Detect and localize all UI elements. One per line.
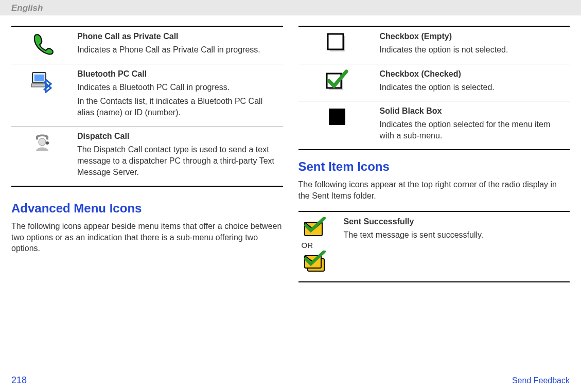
item-desc: In the Contacts list, it indicates a Blu…	[77, 96, 279, 118]
footer: 218 Send Feedback	[11, 375, 570, 386]
text-cell: Sent Successfully The text message is se…	[340, 211, 570, 282]
svg-rect-1	[34, 75, 44, 81]
text-cell: Bluetooth PC Call Indicates a Bluetooth …	[73, 64, 283, 127]
checkbox-checked-icon	[325, 69, 349, 94]
table-row: Dispatch Call The Dispatch Call contact …	[11, 127, 283, 186]
item-title: Phone Call as Private Call	[77, 32, 279, 41]
left-column: Phone Call as Private Call Indicates a P…	[11, 26, 283, 282]
sent-success-multi-icon	[302, 251, 328, 276]
svg-point-3	[39, 138, 46, 146]
sent-item-icons-table: OR Sent Successfully The text message is…	[298, 211, 570, 282]
item-desc: Indicates the option is not selected.	[380, 44, 566, 56]
icon-cell	[11, 26, 73, 64]
text-cell: Solid Black Box Indicates the option sel…	[376, 101, 570, 150]
table-row: Checkbox (Empty) Indicates the option is…	[298, 26, 570, 64]
advanced-menu-icons-heading: Advanced Menu Icons	[11, 201, 283, 216]
sent-item-icons-heading: Sent Item Icons	[298, 159, 570, 174]
page-number: 218	[11, 375, 27, 386]
icon-cell: OR	[298, 211, 340, 282]
icon-cell	[298, 26, 376, 64]
icon-cell	[11, 127, 73, 186]
header-bar: English	[0, 0, 581, 15]
checkbox-empty-icon	[326, 32, 348, 57]
table-row: Solid Black Box Indicates the option sel…	[298, 101, 570, 150]
table-row: Phone Call as Private Call Indicates a P…	[11, 26, 283, 64]
item-title: Sent Successfully	[344, 217, 566, 226]
svg-rect-2	[31, 84, 47, 87]
solid-black-box-icon	[327, 106, 347, 129]
svg-point-4	[46, 141, 49, 145]
text-cell: Checkbox (Empty) Indicates the option is…	[376, 26, 570, 64]
text-cell: Phone Call as Private Call Indicates a P…	[73, 26, 283, 64]
language-label: English	[11, 3, 43, 13]
text-cell: Dispatch Call The Dispatch Call contact …	[73, 127, 283, 186]
icon-cell	[298, 101, 376, 150]
content: Phone Call as Private Call Indicates a P…	[0, 15, 581, 282]
icon-cell	[298, 64, 376, 101]
item-desc: Indicates a Bluetooth PC Call in progres…	[77, 82, 279, 93]
item-title: Checkbox (Checked)	[380, 69, 566, 79]
or-label: OR	[302, 241, 336, 250]
table-row: OR Sent Successfully The text message is…	[298, 211, 570, 282]
item-desc: Indicates the option is selected.	[380, 82, 566, 93]
text-cell: Checkbox (Checked) Indicates the option …	[376, 64, 570, 101]
dispatch-call-icon	[32, 132, 52, 154]
menu-option-icons-table: Checkbox (Empty) Indicates the option is…	[298, 26, 570, 150]
phone-private-call-icon	[30, 32, 54, 58]
advanced-menu-intro: The following icons appear beside menu i…	[11, 221, 283, 254]
item-desc: The text message is sent successfully.	[344, 229, 566, 241]
table-row: Bluetooth PC Call Indicates a Bluetooth …	[11, 64, 283, 127]
svg-rect-6	[328, 34, 343, 49]
item-title: Bluetooth PC Call	[77, 69, 279, 79]
table-row: Checkbox (Checked) Indicates the option …	[298, 64, 570, 101]
call-icons-table: Phone Call as Private Call Indicates a P…	[11, 26, 283, 187]
item-title: Checkbox (Empty)	[380, 32, 566, 41]
icon-cell	[11, 64, 73, 127]
item-desc: Indicates the option selected for the me…	[380, 119, 566, 141]
item-desc: The Dispatch Call contact type is used t…	[77, 144, 279, 177]
item-title: Dispatch Call	[77, 132, 279, 141]
sent-item-intro: The following icons appear at the top ri…	[298, 179, 570, 201]
svg-rect-9	[329, 109, 345, 125]
item-desc: Indicates a Phone Call as Private Call i…	[77, 44, 279, 56]
right-column: Checkbox (Empty) Indicates the option is…	[298, 26, 570, 282]
sent-success-single-icon	[302, 217, 326, 240]
send-feedback-link[interactable]: Send Feedback	[512, 376, 570, 385]
item-title: Solid Black Box	[380, 106, 566, 116]
bluetooth-pc-call-icon	[30, 69, 54, 95]
